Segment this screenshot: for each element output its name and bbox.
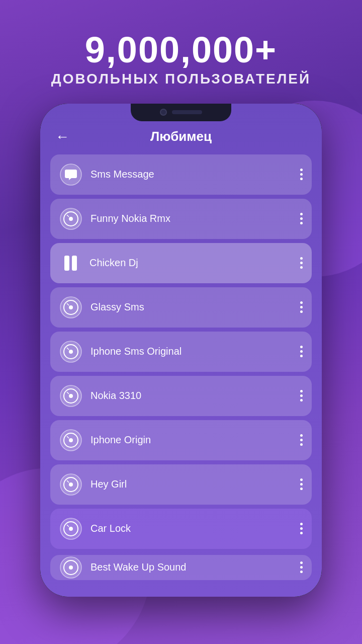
- song-name: Sms Message: [90, 169, 300, 180]
- dot: [300, 173, 303, 176]
- song-menu-button[interactable]: [300, 523, 303, 534]
- dot: [300, 571, 303, 573]
- dot: [300, 306, 303, 308]
- list-item[interactable]: Glassy Sms: [50, 287, 312, 328]
- dot: [300, 350, 303, 353]
- svg-point-7: [69, 305, 73, 309]
- song-name: Chicken Dj: [89, 257, 300, 269]
- dot: [300, 561, 303, 564]
- disc-icon: [59, 296, 82, 319]
- song-list: Sms Message Funny Nokia Rmx: [40, 154, 322, 597]
- disc-icon: [59, 473, 82, 496]
- svg-point-11: [69, 350, 73, 354]
- list-item[interactable]: Nokia 3310: [50, 376, 312, 416]
- sms-icon: [59, 163, 82, 186]
- dot: [300, 527, 303, 530]
- dot: [300, 222, 303, 224]
- svg-point-19: [69, 438, 73, 442]
- pause-bar-right: [72, 256, 77, 271]
- list-item[interactable]: Sms Message: [50, 154, 312, 195]
- disc-icon: [59, 340, 82, 363]
- song-name: Iphone Origin: [90, 434, 300, 446]
- app-title: Любимец: [150, 129, 212, 144]
- list-item[interactable]: Funny Nokia Rmx: [50, 199, 312, 239]
- dot: [300, 488, 303, 490]
- song-menu-button[interactable]: [300, 478, 303, 490]
- list-item[interactable]: Chicken Dj: [50, 243, 312, 283]
- disc-icon: [59, 207, 82, 230]
- disc-icon: [59, 517, 82, 540]
- svg-point-15: [69, 394, 73, 398]
- pause-icon: [59, 252, 81, 274]
- song-name: Funny Nokia Rmx: [90, 213, 300, 224]
- promo-header: 9,000,000+ ДОВОЛЬНЫХ ПОЛЬЗОВАТЕЛЕЙ: [51, 0, 311, 104]
- list-item[interactable]: Hey Girl: [50, 464, 312, 505]
- dot: [300, 213, 303, 215]
- song-menu-button[interactable]: [300, 213, 303, 224]
- user-subtitle: ДОВОЛЬНЫХ ПОЛЬЗОВАТЕЛЕЙ: [51, 70, 311, 88]
- dot: [300, 262, 303, 264]
- phone-speaker: [172, 110, 202, 114]
- dot: [300, 217, 303, 220]
- song-menu-button[interactable]: [300, 434, 303, 446]
- list-item[interactable]: Iphone Sms Original: [50, 332, 312, 372]
- dot: [300, 532, 303, 534]
- song-menu-button[interactable]: [300, 561, 303, 573]
- phone-notch: [131, 104, 231, 121]
- svg-point-23: [69, 482, 73, 487]
- list-item[interactable]: Best Wake Up Sound: [50, 555, 312, 580]
- dot: [300, 566, 303, 569]
- user-count: 9,000,000+: [51, 30, 311, 70]
- dot: [300, 301, 303, 304]
- phone-screen: ← Любимец Sms Message: [40, 104, 322, 597]
- pause-bar-left: [64, 256, 69, 271]
- song-name: Iphone Sms Original: [90, 346, 300, 357]
- dot: [300, 257, 303, 260]
- song-name: Glassy Sms: [90, 301, 300, 313]
- dot: [300, 443, 303, 446]
- dot: [300, 439, 303, 441]
- song-name: Hey Girl: [90, 478, 300, 490]
- song-menu-button[interactable]: [300, 346, 303, 357]
- list-item[interactable]: Iphone Origin: [50, 420, 312, 460]
- svg-point-31: [69, 566, 73, 570]
- song-menu-button[interactable]: [300, 390, 303, 401]
- disc-icon: [59, 429, 82, 452]
- song-name: Best Wake Up Sound: [90, 561, 300, 573]
- song-name: Car Lock: [90, 523, 300, 534]
- dot: [300, 390, 303, 392]
- song-name: Nokia 3310: [90, 390, 300, 401]
- dot: [300, 346, 303, 348]
- dot: [300, 399, 303, 401]
- dot: [300, 523, 303, 525]
- dot: [300, 169, 303, 171]
- dot: [300, 478, 303, 481]
- svg-point-27: [69, 527, 73, 531]
- dot: [300, 178, 303, 180]
- svg-point-3: [69, 217, 73, 221]
- song-menu-button[interactable]: [300, 169, 303, 180]
- phone-shell: ← Любимец Sms Message: [40, 104, 322, 597]
- dot: [300, 434, 303, 437]
- phone-camera: [160, 109, 167, 116]
- dot: [300, 266, 303, 269]
- dot: [300, 310, 303, 313]
- disc-icon: [59, 556, 82, 579]
- song-menu-button[interactable]: [300, 301, 303, 313]
- song-menu-button[interactable]: [300, 257, 303, 269]
- back-button[interactable]: ←: [55, 129, 69, 145]
- disc-icon: [59, 384, 82, 408]
- dot: [300, 355, 303, 357]
- list-item[interactable]: Car Lock: [50, 509, 312, 549]
- dot: [300, 394, 303, 397]
- dot: [300, 483, 303, 486]
